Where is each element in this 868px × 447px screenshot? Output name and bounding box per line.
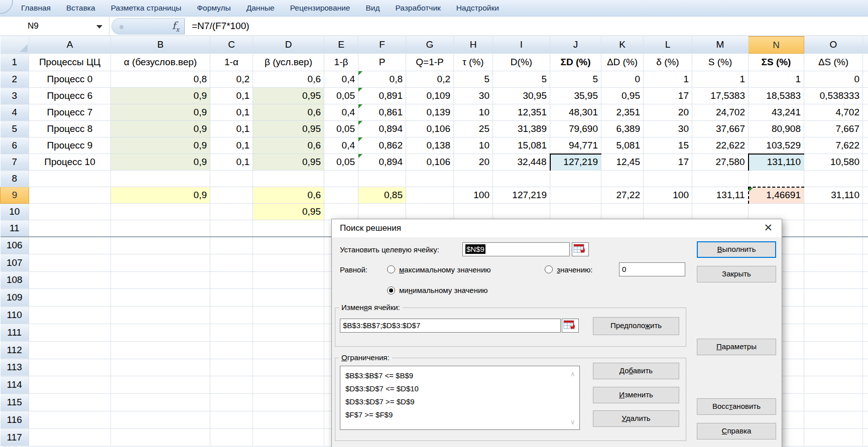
- cell-D115[interactable]: [253, 394, 324, 411]
- cell-I7[interactable]: 32,448: [493, 154, 550, 171]
- by-changing-input[interactable]: $B$3:$B$7;$D$3:$D$7: [340, 319, 561, 333]
- cell-E10[interactable]: [324, 204, 358, 220]
- cell-N7[interactable]: 131,110: [749, 154, 804, 171]
- cell-H3[interactable]: 30: [454, 88, 493, 104]
- row-header-6[interactable]: 6: [1, 137, 29, 154]
- constraint-item[interactable]: $B$3:$B$7 <= $B$9: [345, 369, 574, 382]
- cell-N10[interactable]: [749, 204, 804, 220]
- cell-D1[interactable]: β (усл.вер): [253, 54, 324, 71]
- cell-O6[interactable]: 7,622: [804, 137, 863, 154]
- row-header-1[interactable]: 1: [1, 54, 29, 71]
- cell-C7[interactable]: 0,1: [210, 154, 253, 171]
- cell-N8[interactable]: [749, 171, 804, 187]
- constraint-item[interactable]: $D$3:$D$7 <= $D$10: [345, 382, 574, 395]
- name-box-dropdown-icon[interactable]: [96, 25, 102, 29]
- ribbon-tab-3[interactable]: Разметка страницы: [111, 4, 182, 13]
- run-button[interactable]: Выполнить: [697, 241, 776, 258]
- cell-A5[interactable]: Процесс 8: [29, 121, 111, 137]
- cell-M9[interactable]: 131,11: [692, 187, 749, 204]
- column-header-L[interactable]: L: [644, 37, 692, 54]
- cell-A106[interactable]: [29, 237, 111, 254]
- cell-B9[interactable]: 0,9: [111, 187, 210, 204]
- cell-I10[interactable]: [493, 204, 550, 220]
- cell-I8[interactable]: [493, 171, 550, 187]
- cell-F8[interactable]: [358, 171, 406, 187]
- radio-equal-value[interactable]: [545, 265, 553, 273]
- cell-O11[interactable]: [804, 220, 863, 237]
- cell-L3[interactable]: 17: [644, 88, 692, 104]
- cell-N1[interactable]: ΣS (%): [749, 54, 804, 71]
- cell-D5[interactable]: 0,95: [253, 121, 324, 137]
- cell-C115[interactable]: [210, 394, 253, 411]
- cell-D7[interactable]: 0,95: [253, 154, 324, 171]
- cell-L8[interactable]: [644, 171, 692, 187]
- cell-B108[interactable]: [111, 271, 210, 289]
- row-header-113[interactable]: 113: [1, 359, 29, 376]
- cell-K4[interactable]: 2,351: [601, 104, 644, 121]
- cell-D113[interactable]: [253, 359, 324, 376]
- cell-C3[interactable]: 0,1: [210, 88, 253, 104]
- cell-D117[interactable]: [253, 428, 324, 446]
- cell-A113[interactable]: [29, 359, 111, 376]
- cell-G9[interactable]: [406, 187, 454, 204]
- column-header-F[interactable]: F: [358, 37, 406, 54]
- cell-L5[interactable]: 30: [644, 121, 692, 137]
- cell-O108[interactable]: [804, 271, 863, 289]
- name-box[interactable]: N9: [0, 17, 109, 36]
- cell-C107[interactable]: [210, 254, 253, 271]
- insert-function-icon[interactable]: fx: [172, 20, 179, 33]
- cell-O109[interactable]: [804, 289, 863, 307]
- cell-O7[interactable]: 10,580: [804, 154, 863, 171]
- cell-B4[interactable]: 0,9: [111, 104, 210, 121]
- cell-G3[interactable]: 0,109: [406, 88, 454, 104]
- cell-H9[interactable]: 100: [454, 187, 493, 204]
- row-header-9[interactable]: 9: [1, 187, 29, 204]
- cell-O117[interactable]: [804, 428, 863, 446]
- cell-E5[interactable]: 0,05: [324, 121, 358, 137]
- cell-O4[interactable]: 4,702: [804, 104, 863, 121]
- radio-max-label[interactable]: максимальному значению: [399, 265, 491, 274]
- cell-O9[interactable]: 31,110: [804, 187, 863, 204]
- cell-F5[interactable]: 0,894: [358, 121, 406, 137]
- cell-J3[interactable]: 35,95: [550, 88, 601, 104]
- cell-L2[interactable]: 1: [644, 71, 692, 88]
- cell-H6[interactable]: 10: [454, 137, 493, 154]
- select-all-corner[interactable]: [1, 37, 29, 54]
- cell-M3[interactable]: 17,5383: [692, 88, 749, 104]
- target-cell-input[interactable]: $N$9: [462, 242, 570, 256]
- cell-F9[interactable]: 0,85: [358, 187, 406, 204]
- cell-M6[interactable]: 22,622: [692, 137, 749, 154]
- cell-D2[interactable]: 0,6: [253, 71, 324, 88]
- equal-value-input[interactable]: 0: [619, 262, 685, 276]
- row-header-5[interactable]: 5: [1, 121, 29, 137]
- cell-B117[interactable]: [111, 428, 210, 446]
- help-button[interactable]: Справка: [697, 423, 776, 439]
- cell-O8[interactable]: [804, 171, 863, 187]
- column-header-I[interactable]: I: [493, 37, 550, 54]
- row-header-2[interactable]: 2: [1, 71, 29, 88]
- constraint-item[interactable]: $D$3:$D$7 >= $D$9: [345, 395, 574, 408]
- cell-C1[interactable]: 1-α: [210, 54, 253, 71]
- column-header-E[interactable]: E: [324, 37, 358, 54]
- cell-D108[interactable]: [253, 271, 324, 289]
- cell-O3[interactable]: 0,538333: [804, 88, 863, 104]
- cell-K2[interactable]: 0: [601, 71, 644, 88]
- cell-D107[interactable]: [253, 254, 324, 271]
- cell-O2[interactable]: 0: [804, 71, 863, 88]
- cell-A11[interactable]: [29, 220, 111, 237]
- row-header-3[interactable]: 3: [1, 88, 29, 104]
- cell-I3[interactable]: 30,95: [493, 88, 550, 104]
- cell-A117[interactable]: [29, 428, 111, 446]
- cell-F4[interactable]: 0,861: [358, 104, 406, 121]
- ribbon-tab-2[interactable]: Вставка: [66, 4, 95, 13]
- cell-A3[interactable]: Процесс 6: [29, 88, 111, 104]
- cell-N3[interactable]: 18,5383: [749, 88, 804, 104]
- cell-D116[interactable]: [253, 411, 324, 428]
- cell-I9[interactable]: 127,219: [493, 187, 550, 204]
- cell-G6[interactable]: 0,138: [406, 137, 454, 154]
- cell-A108[interactable]: [29, 271, 111, 289]
- cell-D111[interactable]: [253, 324, 324, 341]
- cell-B7[interactable]: 0,9: [111, 154, 210, 171]
- cell-I2[interactable]: 5: [493, 71, 550, 88]
- cell-H5[interactable]: 25: [454, 121, 493, 137]
